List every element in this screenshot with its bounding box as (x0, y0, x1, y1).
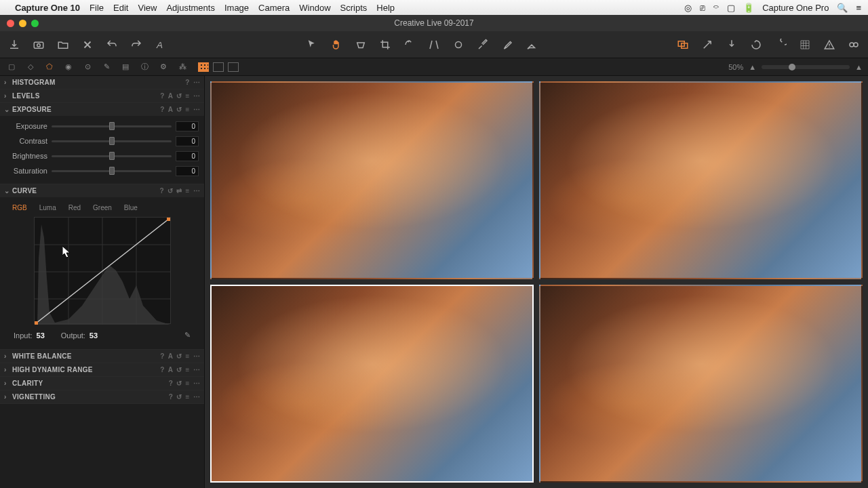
maximize-window-button[interactable] (31, 20, 39, 27)
preset-icon[interactable]: ≡ (186, 352, 190, 360)
brightness-value[interactable]: 0 (176, 151, 199, 161)
menu-view[interactable]: View (138, 3, 157, 13)
grid-view-button[interactable] (198, 62, 209, 72)
help-icon[interactable]: ? (160, 366, 164, 373)
reset-icon[interactable]: ↺ (176, 366, 182, 373)
menu-help[interactable]: Help (376, 3, 395, 13)
help-icon[interactable]: ? (160, 187, 164, 195)
single-view-button[interactable] (213, 62, 224, 72)
histogram-header[interactable]: › HISTOGRAM ?⋯ (0, 76, 204, 89)
help-icon[interactable]: ? (160, 106, 164, 113)
curve-tab-blue[interactable]: Blue (124, 204, 138, 211)
hdr-header[interactable]: › HIGH DYNAMIC RANGE ?A↺≡⋯ (0, 363, 204, 376)
variant-thumbnail[interactable] (539, 285, 863, 483)
exposure-header[interactable]: ⌄ EXPOSURE ?A↺≡⋯ (0, 103, 204, 116)
help-icon[interactable]: ? (160, 92, 164, 100)
auto-icon[interactable]: A (168, 106, 174, 113)
preset-icon[interactable]: ≡ (186, 92, 190, 100)
display-icon[interactable]: ⎚ (700, 3, 705, 13)
menu-camera[interactable]: Camera (258, 3, 290, 13)
brightness-slider[interactable] (52, 155, 172, 157)
eyedropper-tool-icon[interactable] (500, 37, 515, 52)
variant-thumbnail[interactable] (539, 81, 863, 279)
grid-icon[interactable] (797, 37, 812, 52)
zoom-100-icon[interactable]: ▲ (855, 63, 863, 71)
curve-tab-luma[interactable]: Luma (39, 204, 56, 211)
eraser-tool-icon[interactable] (524, 37, 539, 52)
output-tab[interactable]: ⚙ (157, 61, 170, 73)
process-icon[interactable] (724, 37, 739, 52)
capture-icon[interactable] (31, 37, 46, 52)
expand-icon[interactable] (700, 37, 715, 52)
airplay-icon[interactable]: ▢ (727, 3, 735, 13)
folder-icon[interactable] (56, 37, 71, 52)
warning-icon[interactable] (822, 37, 837, 52)
vignetting-header[interactable]: › VIGNETTING ?↺≡⋯ (0, 390, 204, 403)
preset-icon[interactable]: ≡ (186, 393, 190, 401)
contrast-value[interactable]: 0 (176, 136, 199, 146)
reset-icon[interactable]: ↺ (176, 380, 182, 387)
import-icon[interactable] (7, 37, 22, 52)
preset-icon[interactable]: ≡ (186, 366, 190, 373)
curve-tab-green[interactable]: Green (93, 204, 112, 211)
curve-picker-icon[interactable]: ✎ (184, 331, 191, 340)
auto-icon[interactable]: A (168, 352, 174, 360)
undo-icon[interactable] (104, 37, 119, 52)
color-tab[interactable]: ◉ (62, 61, 75, 73)
rotate-ccw-icon[interactable] (749, 37, 764, 52)
library-tab[interactable]: ▢ (5, 61, 18, 73)
spotlight-icon[interactable]: 🔍 (837, 3, 848, 13)
curve-tab-rgb[interactable]: RGB (12, 204, 27, 211)
more-icon[interactable]: ⋯ (193, 92, 200, 100)
help-icon[interactable]: ? (185, 79, 189, 86)
reset-icon[interactable]: ↺ (176, 393, 182, 401)
levels-header[interactable]: › LEVELS ?A↺≡⋯ (0, 89, 204, 102)
white-balance-header[interactable]: › WHITE BALANCE ?A↺≡⋯ (0, 350, 204, 363)
copy-icon[interactable]: ⇄ (176, 187, 182, 195)
menu-window[interactable]: Window (299, 3, 330, 13)
more-icon[interactable]: ⋯ (193, 380, 200, 387)
minimize-window-button[interactable] (19, 20, 26, 27)
exposure-tab[interactable]: ⬠ (43, 61, 56, 73)
preset-icon[interactable]: ≡ (186, 187, 190, 195)
brush-tool-icon[interactable] (475, 37, 490, 52)
app-name-menu[interactable]: Capture One 10 (15, 3, 80, 13)
close-window-button[interactable] (7, 20, 14, 27)
crop-tool-icon[interactable] (378, 37, 393, 52)
variant-thumbnail[interactable] (210, 81, 534, 279)
adjustments-tab[interactable]: ▤ (119, 61, 132, 73)
auto-icon[interactable]: A (168, 92, 174, 100)
preset-icon[interactable]: ≡ (186, 380, 190, 387)
menu-edit[interactable]: Edit (113, 3, 128, 13)
more-icon[interactable]: ⋯ (193, 393, 200, 401)
more-icon[interactable]: ⋯ (193, 352, 200, 360)
saturation-value[interactable]: 0 (176, 166, 199, 176)
menu-scripts[interactable]: Scripts (340, 3, 368, 13)
exposure-slider[interactable] (52, 125, 172, 127)
curve-tab-red[interactable]: Red (68, 204, 81, 211)
mask-tool-icon[interactable] (353, 37, 368, 52)
menu-adjustments[interactable]: Adjustments (166, 3, 215, 13)
variant-thumbnail-selected[interactable] (210, 285, 534, 483)
curve-header[interactable]: ⌄ CURVE ?↺⇄≡⋯ (0, 184, 204, 197)
curve-editor[interactable] (34, 217, 171, 324)
split-view-button[interactable] (228, 62, 239, 72)
menu-image[interactable]: Image (224, 3, 249, 13)
preset-icon[interactable]: ≡ (186, 106, 190, 113)
metadata-tab[interactable]: ⓘ (138, 61, 151, 73)
preview-icon[interactable] (846, 37, 861, 52)
exposure-value[interactable]: 0 (176, 121, 199, 131)
spot-tool-icon[interactable] (451, 37, 466, 52)
reset-icon[interactable]: ↺ (176, 106, 182, 113)
menu-file[interactable]: File (90, 3, 104, 13)
text-icon[interactable]: A (153, 37, 168, 52)
zoom-slider[interactable] (762, 65, 850, 69)
hand-tool-icon[interactable] (329, 37, 344, 52)
hamburger-icon[interactable]: ≡ (856, 3, 861, 13)
batch-tab[interactable]: ⁂ (176, 61, 189, 73)
capture-tab[interactable]: ◇ (24, 61, 37, 73)
cc-icon[interactable]: ◎ (684, 3, 692, 13)
zoom-fit-icon[interactable]: ▲ (749, 63, 756, 71)
auto-icon[interactable]: A (168, 366, 174, 373)
multiview-icon[interactable] (675, 37, 690, 52)
